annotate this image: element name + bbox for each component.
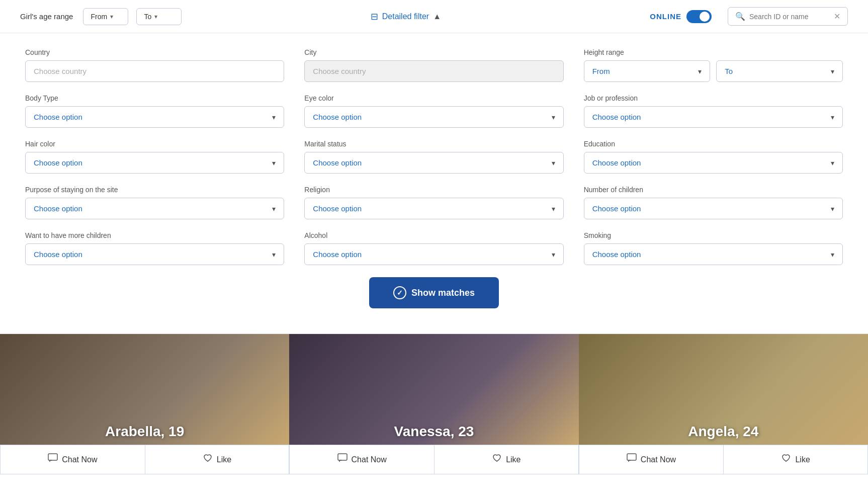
filter-row-2: Body Type Choose option ▾ Eye color Choo… — [25, 94, 843, 128]
city-label: City — [304, 48, 563, 56]
chevron-down-icon: ▾ — [831, 113, 834, 121]
num-children-label: Number of children — [584, 186, 843, 194]
religion-field: Religion Choose option ▾ — [304, 186, 563, 219]
search-icon: 🔍 — [735, 12, 745, 21]
chevron-down-icon: ▾ — [552, 251, 555, 259]
country-input[interactable] — [25, 60, 284, 82]
hair-color-field: Hair color Choose option ▾ — [25, 140, 284, 174]
chat-icon — [337, 453, 348, 466]
job-dropdown[interactable]: Choose option ▾ — [584, 106, 843, 128]
chevron-down-icon: ▾ — [272, 159, 276, 167]
chevron-down-icon: ▾ — [272, 251, 276, 259]
show-matches-button[interactable]: ✓ Show matches — [369, 277, 499, 308]
want-children-dropdown[interactable]: Choose option ▾ — [25, 243, 284, 265]
body-type-dropdown[interactable]: Choose option ▾ — [25, 106, 284, 128]
card-actions: Chat Now Like — [579, 445, 868, 474]
profile-name: Arabella, 19 — [0, 424, 289, 440]
detailed-filter-button[interactable]: ⊟ Detailed filter — [371, 11, 429, 22]
svg-rect-0 — [48, 454, 57, 460]
chat-icon — [48, 453, 58, 466]
filter-row-5: Want to have more children Choose option… — [25, 231, 843, 265]
heart-icon — [781, 453, 791, 466]
marital-status-label: Marital status — [304, 140, 563, 148]
height-from-dropdown[interactable]: From ▾ — [584, 60, 711, 82]
eye-color-dropdown[interactable]: Choose option ▾ — [304, 106, 563, 128]
like-button[interactable]: Like — [145, 445, 290, 474]
filter-icon: ⊟ — [371, 11, 378, 22]
profile-card-1: Vanessa, 23 Chat Now Like — [289, 334, 578, 474]
num-children-field: Number of children Choose option ▾ — [584, 186, 843, 219]
religion-dropdown[interactable]: Choose option ▾ — [304, 198, 563, 219]
smoking-field: Smoking Choose option ▾ — [584, 231, 843, 265]
cards-row: Arabella, 19 Chat Now Like — [0, 334, 868, 474]
chevron-down-icon: ▾ — [552, 205, 555, 213]
city-field: City — [304, 48, 563, 82]
chevron-down-icon: ▾ — [154, 13, 157, 20]
marital-status-field: Marital status Choose option ▾ — [304, 140, 563, 174]
chat-now-button[interactable]: Chat Now — [579, 445, 724, 474]
like-button[interactable]: Like — [723, 445, 868, 474]
chevron-down-icon: ▾ — [110, 13, 113, 20]
card-actions: Chat Now Like — [0, 445, 289, 474]
online-section: ONLINE — [650, 10, 712, 23]
toggle-track — [686, 10, 712, 23]
smoking-label: Smoking — [584, 231, 843, 239]
svg-rect-1 — [338, 454, 347, 460]
chevron-down-icon: ▾ — [552, 159, 555, 167]
height-range-group: From ▾ To ▾ — [584, 60, 843, 82]
smoking-dropdown[interactable]: Choose option ▾ — [584, 243, 843, 265]
chevron-down-icon: ▾ — [831, 159, 834, 167]
toggle-thumb — [700, 12, 710, 22]
religion-label: Religion — [304, 186, 563, 194]
city-input[interactable] — [304, 60, 563, 82]
chevron-down-icon: ▾ — [831, 205, 834, 213]
like-button[interactable]: Like — [434, 445, 579, 474]
filter-row-4: Purpose of staying on the site Choose op… — [25, 186, 843, 219]
card-actions: Chat Now Like — [289, 445, 578, 474]
country-field: Country — [25, 48, 284, 82]
purpose-dropdown[interactable]: Choose option ▾ — [25, 198, 284, 219]
marital-status-dropdown[interactable]: Choose option ▾ — [304, 152, 563, 174]
education-label: Education — [584, 140, 843, 148]
alcohol-field: Alcohol Choose option ▾ — [304, 231, 563, 265]
age-from-dropdown[interactable]: From ▾ — [83, 8, 128, 25]
purpose-field: Purpose of staying on the site Choose op… — [25, 186, 284, 219]
profile-card-0: Arabella, 19 Chat Now Like — [0, 334, 289, 474]
age-range-label: Girl's age range — [20, 12, 73, 21]
chat-now-button[interactable]: Chat Now — [289, 445, 434, 474]
body-type-field: Body Type Choose option ▾ — [25, 94, 284, 128]
alcohol-dropdown[interactable]: Choose option ▾ — [304, 243, 563, 265]
card-image: Vanessa, 23 — [289, 334, 578, 445]
filter-row-3: Hair color Choose option ▾ Marital statu… — [25, 140, 843, 174]
profile-name: Angela, 24 — [579, 424, 868, 440]
height-range-field: Height range From ▾ To ▾ — [584, 48, 843, 82]
close-icon[interactable]: ✕ — [834, 12, 840, 21]
svg-rect-2 — [627, 454, 636, 460]
eye-color-label: Eye color — [304, 94, 563, 102]
check-circle-icon: ✓ — [393, 286, 406, 299]
chevron-down-icon: ▾ — [552, 113, 555, 121]
top-bar: Girl's age range From ▾ To ▾ ⊟ Detailed … — [0, 0, 868, 33]
chevron-down-icon: ▾ — [698, 67, 702, 75]
purpose-label: Purpose of staying on the site — [25, 186, 284, 194]
show-matches-wrap: ✓ Show matches — [25, 277, 843, 308]
search-box: 🔍 ✕ — [728, 7, 848, 26]
hair-color-dropdown[interactable]: Choose option ▾ — [25, 152, 284, 174]
chevron-down-icon: ▾ — [831, 251, 834, 259]
heart-icon — [203, 453, 213, 466]
online-toggle[interactable] — [686, 10, 712, 23]
height-to-dropdown[interactable]: To ▾ — [716, 60, 843, 82]
heart-icon — [492, 453, 502, 466]
num-children-dropdown[interactable]: Choose option ▾ — [584, 198, 843, 219]
job-label: Job or profession — [584, 94, 843, 102]
hair-color-label: Hair color — [25, 140, 284, 148]
alcohol-label: Alcohol — [304, 231, 563, 239]
card-image: Angela, 24 — [579, 334, 868, 445]
education-dropdown[interactable]: Choose option ▾ — [584, 152, 843, 174]
age-to-dropdown[interactable]: To ▾ — [136, 8, 182, 25]
education-field: Education Choose option ▾ — [584, 140, 843, 174]
chevron-down-icon: ▾ — [272, 205, 276, 213]
search-input[interactable] — [749, 13, 830, 21]
body-type-label: Body Type — [25, 94, 284, 102]
chat-now-button[interactable]: Chat Now — [0, 445, 145, 474]
